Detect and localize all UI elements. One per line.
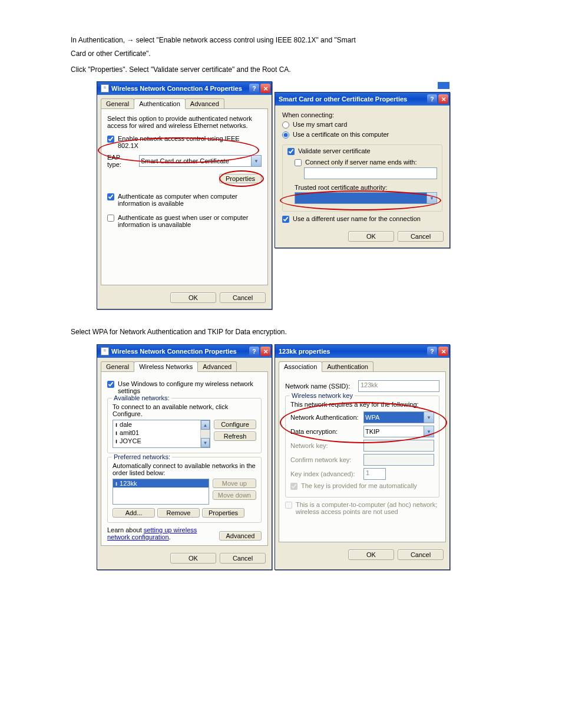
tab-authentication[interactable]: Authentication <box>134 98 186 109</box>
use-cert-radio[interactable]: Use a certificate on this computer <box>282 131 442 139</box>
require-key-text: This network requires a key for the foll… <box>290 401 434 408</box>
signal-icon: ı <box>115 437 117 444</box>
cancel-button[interactable]: Cancel <box>220 292 266 303</box>
close-button[interactable]: ✕ <box>438 347 448 356</box>
remove-button[interactable]: Remove <box>157 508 200 518</box>
titlebar: ≈ Wireless Network Connection 4 Properti… <box>97 82 272 95</box>
connect-only-input[interactable] <box>295 159 302 166</box>
wireless-icon: ≈ <box>101 347 109 355</box>
list-item[interactable]: ıJOYCE <box>113 437 210 445</box>
scrollbar[interactable]: ▲ ▼ <box>200 420 210 447</box>
ok-button[interactable]: OK <box>348 231 394 242</box>
enable-8021x-label: Enable network access control using IEEE… <box>118 135 262 149</box>
help-button[interactable]: ? <box>427 347 437 356</box>
auth-guest-input[interactable] <box>107 215 114 222</box>
properties-button[interactable]: Properties <box>219 174 262 183</box>
instruction-lower: Select WPA for Network Authentication an… <box>71 327 503 337</box>
close-button[interactable]: ✕ <box>260 347 270 356</box>
use-windows-checkbox[interactable]: Use Windows to configure my wireless net… <box>107 380 262 394</box>
auth-guest-label: Authenticate as guest when user or compu… <box>118 214 262 228</box>
list-item[interactable]: ıamit01 <box>113 429 210 437</box>
use-windows-input[interactable] <box>107 381 114 388</box>
key-provided-checkbox: The key is provided for me automatically <box>290 482 434 490</box>
dialog-buttons: OK Cancel <box>275 228 449 248</box>
key-provided-label: The key is provided for me automatically <box>301 482 417 489</box>
tab-panel: Select this option to provide authentica… <box>101 108 268 285</box>
move-up-button[interactable]: Move up <box>213 479 256 488</box>
properties-button[interactable]: Properties <box>202 508 244 518</box>
tab-advanced[interactable]: Advanced <box>197 361 237 371</box>
scroll-down-icon[interactable]: ▼ <box>201 438 210 447</box>
list-item[interactable]: ıdale <box>113 420 210 429</box>
when-connecting-label: When connecting: <box>282 111 442 118</box>
dialog-buttons: OK Cancel <box>97 549 272 569</box>
tab-general[interactable]: General <box>101 361 134 371</box>
ok-button[interactable]: OK <box>348 549 394 560</box>
tab-panel: Use Windows to configure my wireless net… <box>101 371 268 546</box>
tab-wireless-networks[interactable]: Wireless Networks <box>134 361 198 372</box>
tab-row: Association Authentication <box>275 358 449 371</box>
figure-pair-1: ≈ Wireless Network Connection 4 Properti… <box>97 81 503 309</box>
validate-server-input[interactable] <box>287 148 295 155</box>
server-name-field[interactable] <box>304 167 437 179</box>
network-key-field <box>363 440 434 452</box>
dataenc-label: Data encryption: <box>290 428 360 435</box>
diff-username-checkbox[interactable]: Use a different user name for the connec… <box>282 215 442 223</box>
auth-computer-checkbox[interactable]: Authenticate as computer when computer i… <box>107 193 262 207</box>
list-item-label: dale <box>120 421 132 428</box>
eap-type-select[interactable]: Smart Card or other Certificate ▼ <box>139 155 262 167</box>
adhoc-checkbox: This is a computer-to-computer (ad hoc) … <box>285 501 439 515</box>
use-smartcard-radio[interactable]: Use my smart card <box>282 121 442 129</box>
list-item[interactable]: ı123kk <box>113 479 209 487</box>
use-cert-label: Use a certificate on this computer <box>293 131 389 138</box>
confirm-key-field <box>363 454 434 466</box>
enable-8021x-input[interactable] <box>107 136 114 143</box>
list-item-label: JOYCE <box>120 437 141 444</box>
help-button[interactable]: ? <box>249 84 259 93</box>
use-smartcard-input[interactable] <box>282 121 289 129</box>
tab-association[interactable]: Association <box>279 361 322 372</box>
titlebar: 123kk properties ? ✕ <box>275 345 449 358</box>
cancel-button[interactable]: Cancel <box>398 231 444 242</box>
adhoc-label: This is a computer-to-computer (ad hoc) … <box>296 501 439 515</box>
network-auth-value: WPA <box>365 414 379 421</box>
network-auth-select[interactable]: WPA ▼ <box>363 411 434 423</box>
close-button[interactable]: ✕ <box>260 84 270 93</box>
instruction-line-2: Card or other Certificate". <box>71 49 503 59</box>
refresh-button[interactable]: Refresh <box>214 431 256 441</box>
scroll-up-icon[interactable]: ▲ <box>201 420 210 430</box>
chevron-down-icon: ▼ <box>427 193 437 203</box>
auth-computer-input[interactable] <box>107 193 114 200</box>
keyindex-label: Key index (advanced): <box>290 470 360 477</box>
connect-only-checkbox[interactable]: Connect only if server name ends with: <box>295 159 437 166</box>
cancel-button[interactable]: Cancel <box>220 553 266 564</box>
add-button[interactable]: Add... <box>113 508 155 518</box>
diff-username-input[interactable] <box>282 216 289 223</box>
data-encryption-select[interactable]: TKIP ▼ <box>363 426 434 437</box>
use-cert-input[interactable] <box>282 131 289 139</box>
help-button[interactable]: ? <box>249 347 259 356</box>
tab-general[interactable]: General <box>101 98 134 108</box>
ok-button[interactable]: OK <box>170 292 216 303</box>
help-button[interactable]: ? <box>427 94 437 104</box>
diff-username-label: Use a different user name for the connec… <box>293 215 421 222</box>
tab-advanced[interactable]: Advanced <box>185 98 224 108</box>
close-button[interactable]: ✕ <box>438 94 448 104</box>
ssid-field: 123kk <box>358 380 439 392</box>
configure-button[interactable]: Configure <box>214 420 256 429</box>
ok-button[interactable]: OK <box>170 553 216 564</box>
available-listbox[interactable]: ıdale ıamit01 ıJOYCE ▲ ▼ <box>113 420 210 448</box>
preferred-listbox[interactable]: ı123kk <box>113 479 209 505</box>
trusted-root-select[interactable]: ▼ <box>295 192 437 204</box>
tab-row: General Authentication Advanced <box>97 95 272 108</box>
move-down-button[interactable]: Move down <box>213 490 256 500</box>
cancel-button[interactable]: Cancel <box>398 549 444 560</box>
titlebar: ≈ Wireless Network Connection Properties… <box>97 345 272 358</box>
advanced-button[interactable]: Advanced <box>219 531 262 541</box>
enable-8021x-checkbox[interactable]: Enable network access control using IEEE… <box>107 135 262 149</box>
auth-guest-checkbox[interactable]: Authenticate as guest when user or compu… <box>107 214 262 228</box>
tab-authentication[interactable]: Authentication <box>322 361 373 371</box>
validate-server-checkbox[interactable]: Validate server certificate <box>287 147 437 155</box>
title-text: Wireless Network Connection 4 Properties <box>111 85 242 92</box>
trusted-root-value <box>296 195 298 202</box>
